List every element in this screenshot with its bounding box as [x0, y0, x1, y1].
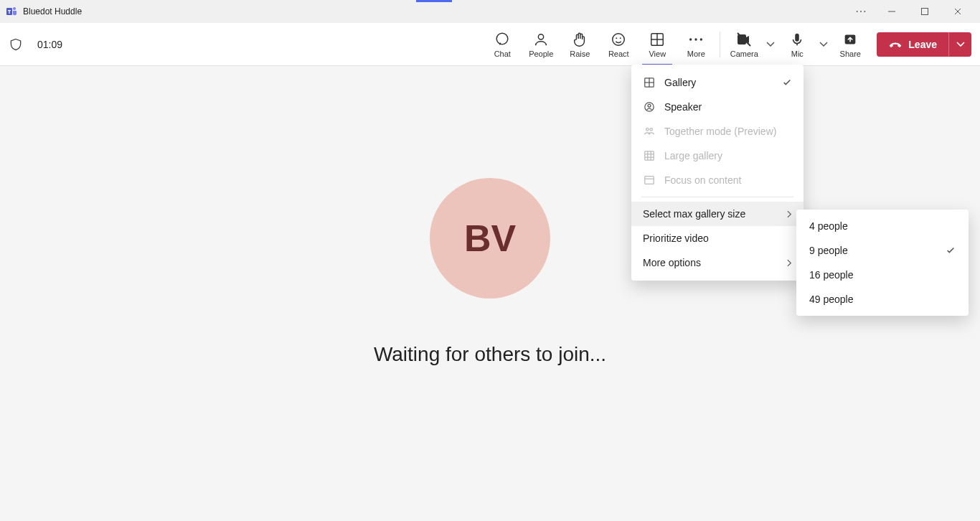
camera-off-icon — [735, 31, 753, 48]
window-title: Bluedot Huddle — [23, 6, 82, 17]
react-icon — [611, 31, 626, 48]
gallery-size-9[interactable]: 9 people — [796, 238, 969, 263]
more-icon — [688, 31, 704, 48]
svg-point-30 — [646, 128, 649, 131]
people-icon — [533, 31, 549, 48]
svg-point-12 — [539, 34, 544, 39]
menu-together: Together mode (Preview) — [631, 119, 804, 144]
participant-avatar: BV — [430, 178, 550, 299]
raise-hand-icon — [572, 31, 588, 48]
svg-point-19 — [689, 38, 692, 40]
menu-gallery[interactable]: Gallery — [631, 70, 804, 95]
title-accent — [416, 0, 452, 2]
people-button[interactable]: People — [522, 24, 560, 65]
gallery-size-16[interactable]: 16 people — [796, 263, 969, 287]
svg-rect-2 — [9, 10, 9, 14]
svg-point-4 — [857, 11, 858, 12]
chat-button[interactable]: Chat — [483, 24, 522, 65]
svg-point-5 — [860, 11, 862, 12]
maximize-button[interactable] — [908, 0, 941, 23]
meeting-timer: 01:09 — [37, 39, 62, 50]
svg-point-31 — [650, 128, 653, 131]
check-icon — [782, 78, 792, 88]
check-icon — [946, 245, 956, 255]
menu-large-gallery: Large gallery — [631, 144, 804, 168]
svg-point-13 — [613, 33, 625, 45]
svg-point-14 — [616, 37, 618, 39]
leave-label: Leave — [908, 39, 937, 50]
camera-button[interactable]: Camera — [725, 24, 763, 65]
menu-speaker[interactable]: Speaker — [631, 95, 804, 119]
meeting-toolbar: 01:09 Chat People Raise React View More — [0, 23, 980, 66]
svg-rect-8 — [922, 9, 928, 15]
toolbar-separator — [720, 32, 720, 57]
menu-focus-content: Focus on content — [631, 168, 804, 192]
svg-rect-37 — [645, 177, 654, 184]
view-menu: Gallery Speaker Together mode (Preview) … — [631, 65, 804, 281]
gallery-size-4[interactable]: 4 people — [796, 214, 969, 238]
svg-point-21 — [700, 38, 702, 40]
raise-button[interactable]: Raise — [560, 24, 599, 65]
minimize-button[interactable] — [875, 0, 908, 23]
mic-button[interactable]: Mic — [778, 24, 816, 65]
share-button[interactable]: Share — [831, 24, 870, 65]
large-gallery-icon — [643, 150, 656, 161]
close-button[interactable] — [941, 0, 974, 23]
together-icon — [643, 126, 656, 137]
svg-point-15 — [620, 37, 621, 39]
react-button[interactable]: React — [599, 24, 638, 65]
menu-prioritize-video[interactable]: Prioritize video — [631, 226, 804, 250]
mic-icon — [789, 31, 805, 48]
menu-more-options[interactable]: More options — [631, 250, 804, 275]
svg-rect-32 — [645, 151, 654, 160]
chat-icon — [494, 31, 510, 48]
hangup-icon — [888, 40, 903, 49]
leave-chevron[interactable] — [948, 32, 971, 57]
share-icon — [842, 31, 858, 48]
svg-rect-23 — [796, 33, 800, 41]
svg-point-29 — [648, 104, 651, 107]
leave-button[interactable]: Leave — [877, 32, 948, 57]
speaker-icon — [643, 101, 656, 113]
camera-chevron[interactable] — [763, 24, 778, 65]
svg-point-3 — [13, 7, 16, 10]
menu-separator — [641, 197, 793, 197]
menu-select-gallery-size[interactable]: Select max gallery size — [631, 202, 804, 226]
mic-chevron[interactable] — [816, 24, 831, 65]
waiting-message: Waiting for others to join... — [374, 343, 606, 366]
chevron-right-icon — [787, 259, 792, 267]
focus-icon — [643, 174, 656, 186]
view-button[interactable]: View — [638, 24, 677, 65]
shield-icon[interactable] — [9, 37, 23, 52]
titlebar-more-button[interactable] — [847, 10, 875, 13]
svg-point-6 — [864, 11, 865, 12]
view-icon — [649, 31, 665, 48]
svg-point-11 — [497, 33, 509, 44]
gallery-size-49[interactable]: 49 people — [796, 287, 969, 311]
more-button[interactable]: More — [677, 24, 715, 65]
gallery-size-submenu: 4 people 9 people 16 people 49 people — [796, 210, 969, 316]
svg-point-20 — [695, 38, 697, 40]
gallery-icon — [643, 77, 656, 88]
chevron-right-icon — [787, 210, 792, 218]
teams-icon — [6, 6, 17, 17]
titlebar: Bluedot Huddle — [0, 0, 980, 23]
